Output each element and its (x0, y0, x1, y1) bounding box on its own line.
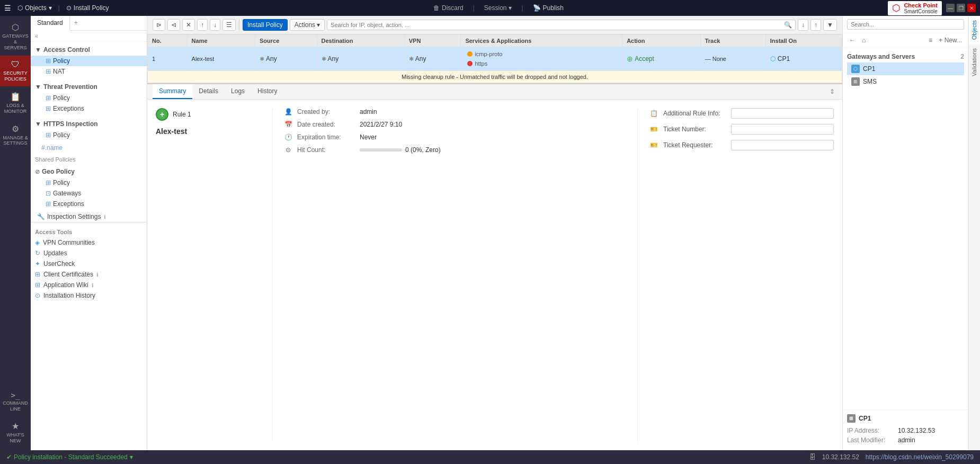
status-ip: 10.32.132.52 (822, 453, 859, 461)
nav-manage[interactable]: ⚙ MANAGE & SETTINGS (0, 120, 31, 151)
status-db-icon: 🗄 (809, 453, 816, 461)
sidebar-item-inspection-settings[interactable]: 🔧 Inspection Settings ℹ (31, 211, 147, 222)
threat-prevention-header[interactable]: ▼ Threat Prevention (31, 81, 147, 93)
toolbar-move-down[interactable]: ↓ (210, 19, 220, 31)
service-https: https (465, 60, 618, 67)
install-policy-button[interactable]: Install Policy (243, 19, 288, 31)
name-label: #.name (41, 144, 63, 151)
tab-logs[interactable]: Logs (225, 84, 251, 99)
tab-history[interactable]: History (251, 84, 283, 99)
toolbar-add-below[interactable]: ⊲ (167, 19, 180, 31)
sidebar-item-geo-exceptions[interactable]: ⊞ Exceptions (31, 199, 147, 209)
gateway-detail-ip-row: IP Address: 10.32.132.53 (847, 427, 964, 434)
nav-home-button[interactable]: ⌂ (860, 35, 868, 45)
access-control-header[interactable]: ▼ Access Control (31, 44, 147, 56)
gateway-detail-modifier-row: Last Modifier: admin (847, 436, 964, 444)
tool-client-certs[interactable]: ⊞ Client Certificates ℹ (35, 269, 142, 280)
nav-whats-new[interactable]: ★ WHAT'S NEW (0, 417, 31, 448)
geo-gw-label: Gateways (53, 190, 81, 197)
security-icon: 🛡 (11, 60, 20, 69)
publish-label: Publish (543, 4, 564, 12)
nav-back-button[interactable]: ← (847, 35, 858, 45)
col-destination: Destination (317, 35, 404, 47)
nav-list-button[interactable]: ≡ (926, 35, 934, 45)
tool-vpn[interactable]: ◈ VPN Communities (35, 237, 142, 248)
rule-header: Rule 1 (156, 108, 262, 121)
filter-prev[interactable]: ↓ (798, 19, 808, 31)
minimize-button[interactable]: — (946, 4, 955, 12)
status-chevron: ▾ (130, 453, 133, 461)
right-panel-search-input[interactable] (847, 19, 964, 30)
nav-security[interactable]: 🛡 SECURITY POLICIES (0, 56, 31, 86)
tab-summary[interactable]: Summary (153, 84, 192, 99)
cell-services: icmp-proto https (461, 47, 622, 71)
ticket-row-number: 🎫 Ticket Number: (648, 124, 834, 135)
tool-app-wiki[interactable]: ⊞ Application Wiki ℹ (35, 280, 142, 290)
rule-name: Alex-test (156, 127, 262, 136)
search-box: 🔍 (327, 20, 796, 30)
tool-updates[interactable]: ↻ Updates (35, 248, 142, 258)
sidebar-item-geo-policy[interactable]: ⊞ Policy (31, 177, 147, 188)
col-install-on: Install On (765, 35, 842, 47)
details-collapse-button[interactable]: ⇕ (827, 86, 837, 97)
tool-usercheck[interactable]: ✦ UserCheck (35, 258, 142, 269)
ticket-requester-input[interactable] (731, 140, 834, 150)
sidebar-item-policy[interactable]: ⊞ Policy (31, 56, 147, 66)
sidebar-item-tp-exceptions[interactable]: ⊞ Exceptions (31, 103, 147, 114)
geo-policy-header[interactable]: ⊘ Geo Policy (31, 166, 147, 177)
table-row[interactable]: 1 Alex-test ✱ Any ✱ Any (148, 47, 842, 71)
sidebar-item-tp-policy[interactable]: ⊞ Policy (31, 93, 147, 103)
details-tabs: Summary Details Logs History ⇕ (147, 84, 842, 100)
ticket-number-input[interactable] (731, 124, 834, 135)
cell-action: ⊕ Accept (622, 47, 700, 71)
additional-rule-info-input[interactable] (731, 108, 834, 119)
nav-gateways[interactable]: ⬡ GATEWAYS & SERVERS (0, 18, 31, 55)
tool-installation-history[interactable]: ⊙ Installation History (35, 290, 142, 301)
status-success-msg: Policy installation - Standard Succeeded (14, 453, 128, 461)
policy-label: Policy (53, 57, 70, 65)
toolbar-move-up[interactable]: ↑ (197, 19, 208, 31)
menu-button[interactable]: ☰ (4, 4, 11, 12)
session-button[interactable]: Session ▾ (481, 3, 515, 13)
publish-button[interactable]: 📡 Publish (530, 3, 567, 13)
restore-button[interactable]: ❐ (957, 4, 965, 12)
nav-logs[interactable]: 📋 LOGS & MONITOR (0, 87, 31, 119)
objects-button[interactable]: ⬡ Objects ▾ (17, 4, 52, 12)
tp-label: Threat Prevention (43, 83, 97, 91)
actions-button[interactable]: Actions ▾ (290, 19, 325, 31)
toolbar-delete[interactable]: ✕ (182, 19, 195, 31)
sidebar-item-name[interactable]: #.name (31, 142, 147, 153)
toolbar-sections[interactable]: ☰ (222, 19, 236, 31)
filter-button[interactable]: ▼ (823, 19, 837, 31)
install-policy-topbar-button[interactable]: ⊙ Install Policy (66, 4, 109, 12)
sidebar-item-nat[interactable]: ⊞ NAT (31, 66, 147, 77)
manage-label: MANAGE & SETTINGS (2, 135, 29, 147)
col-services: Services & Applications (461, 35, 622, 47)
actions-label: Actions (295, 21, 315, 29)
vtab-objects[interactable]: Objects (969, 16, 980, 44)
cell-vpn: ✱ Any (404, 47, 461, 71)
sidebar-collapse-button[interactable]: « (31, 31, 147, 42)
gateway-cp1[interactable]: ⬡ CP1 (847, 63, 964, 75)
tab-standard[interactable]: Standard (31, 16, 70, 31)
tab-add[interactable]: + (70, 16, 82, 30)
https-inspection-header[interactable]: ▼ HTTPS Inspection (31, 118, 147, 130)
nav-plus-button[interactable]: + New... (937, 35, 964, 45)
close-button[interactable]: ✕ (967, 4, 976, 12)
command-label: COMMAND LINE (2, 400, 29, 412)
additional-rule-info-label: Additional Rule Info: (663, 110, 727, 117)
toolbar-add-above[interactable]: ⊳ (153, 19, 165, 31)
filter-next[interactable]: ↑ (810, 19, 821, 31)
gateway-sms[interactable]: ⊞ SMS (847, 75, 964, 88)
nav-command[interactable]: >_ COMMAND LINE (0, 387, 31, 416)
gateways-servers-title: Gateways and Servers 2 (847, 51, 964, 63)
tab-details[interactable]: Details (192, 84, 225, 99)
sidebar-item-geo-gateways[interactable]: ⊡ Gateways (31, 188, 147, 199)
search-input[interactable] (331, 22, 784, 28)
sidebar-tabs: Standard + (31, 16, 147, 31)
vtab-validations[interactable]: Validations (969, 44, 980, 81)
sidebar-item-https-policy[interactable]: ⊞ Policy (31, 130, 147, 140)
discard-button[interactable]: 🗑 Discard (430, 3, 467, 13)
icmp-dot (467, 51, 473, 57)
history-icon: ⊙ (35, 292, 40, 299)
